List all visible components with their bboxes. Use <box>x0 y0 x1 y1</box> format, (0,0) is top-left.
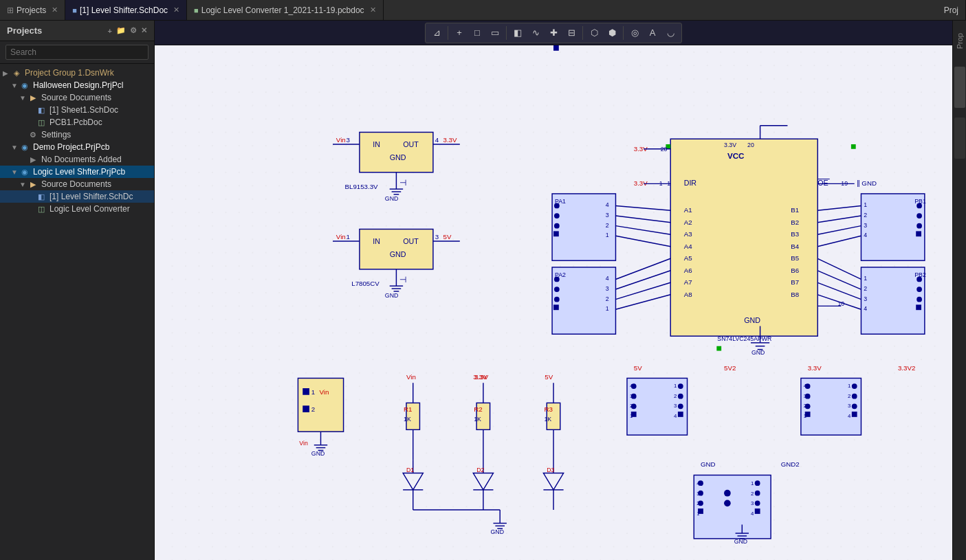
panel-close-btn[interactable]: ✕ <box>141 26 147 35</box>
panel-add-btn[interactable]: + <box>108 27 112 35</box>
panel-settings-btn[interactable]: ⚙ <box>130 26 137 35</box>
toolbar-port-btn[interactable]: ⬡ <box>586 25 602 41</box>
svg-text:⊣: ⊣ <box>399 178 406 187</box>
toolbar-rect2-btn[interactable]: ▭ <box>487 25 503 41</box>
toolbar-bus-btn[interactable]: ⊟ <box>563 25 580 41</box>
tree-item-halloween[interactable]: ▼ ◉ Halloween Design.PrjPcl <box>0 79 154 91</box>
toolbar-group: ⊿ + □ ▭ ◧ ∿ ✚ ⊟ ⬡ ⬢ ◎ A ◡ <box>425 23 682 43</box>
svg-text:2: 2 <box>864 285 867 292</box>
main-layout: Projects + 📁 ⚙ ✕ ▶ ◈ Project Group 1.Dsn… <box>0 21 966 560</box>
search-input[interactable] <box>6 45 149 60</box>
tree-item-demo[interactable]: ▼ ◉ Demo Project.PrjPcb <box>0 141 154 153</box>
svg-text:2: 2 <box>311 405 315 413</box>
svg-text:D3: D3 <box>547 467 554 473</box>
svg-text:1: 1 <box>674 383 677 389</box>
schematic-canvas[interactable]: IN OUT GND Vin 3 4 3.3V GND BL9153.3V <box>155 45 952 560</box>
svg-text:3: 3 <box>864 222 867 229</box>
svg-text:B3: B3 <box>791 230 799 238</box>
svg-text:1K: 1K <box>474 416 481 423</box>
svg-text:VCC: VCC <box>727 151 745 160</box>
left-panel-title: Projects + 📁 ⚙ ✕ <box>0 21 154 41</box>
svg-text:OE: OE <box>817 179 828 187</box>
tab-pcb[interactable]: ■ Logic Level Converter 1_2021-11-19.pcb… <box>187 0 383 20</box>
tree-label-demo: Demo Project.PrjPcb <box>33 142 109 152</box>
svg-text:GND: GND <box>390 250 406 258</box>
sch-icon: ■ <box>72 6 77 14</box>
svg-rect-62 <box>851 144 856 149</box>
svg-text:2: 2 <box>864 212 867 219</box>
svg-text:1: 1 <box>864 201 867 208</box>
tree-item-settings[interactable]: ⚙ Settings <box>0 128 154 141</box>
tree-item-sheet1[interactable]: ◧ [1] Sheet1.SchDoc <box>0 104 154 116</box>
svg-text:A3: A3 <box>684 230 692 238</box>
svg-rect-94 <box>553 45 559 51</box>
svg-point-93 <box>554 223 560 229</box>
svg-text:2: 2 <box>848 393 850 399</box>
panel-controls: + 📁 ⚙ ✕ <box>108 26 147 35</box>
panel-folder-btn[interactable]: 📁 <box>116 26 126 35</box>
svg-text:4: 4 <box>864 305 867 312</box>
svg-text:D2: D2 <box>476 467 484 473</box>
svg-text:A1: A1 <box>684 206 692 214</box>
tab-projects-close[interactable]: ✕ <box>52 5 58 14</box>
tab-sch[interactable]: ■ [1] Level Shifter.SchDoc ✕ <box>65 0 187 20</box>
toolbar-junction-btn[interactable]: ✚ <box>545 25 562 41</box>
tab-proj-right[interactable]: Proj <box>937 0 966 20</box>
svg-point-206 <box>631 394 637 399</box>
tree-item-level-shifter-sch[interactable]: ◧ [1] Level Shifter.SchDc <box>0 190 154 203</box>
svg-point-136 <box>916 297 922 302</box>
svg-point-122 <box>916 223 922 229</box>
tree-item-src-docs-halloween[interactable]: ▼ ▶ Source Documents <box>0 91 154 104</box>
svg-text:A8: A8 <box>684 291 692 298</box>
tree-label-llc-pcb: Logic Level Converter <box>50 204 130 214</box>
toolbar-sep3 <box>582 26 583 40</box>
toolbar-text-btn[interactable]: A <box>644 25 661 41</box>
arrow-llc: ▼ <box>11 168 19 176</box>
tab-sch-close[interactable]: ✕ <box>173 5 179 14</box>
tree-item-src-docs-llc[interactable]: ▼ ▶ Source Documents <box>0 178 154 190</box>
svg-rect-146 <box>303 388 309 395</box>
tree-item-llc-pcb[interactable]: ◫ Logic Level Converter <box>0 203 154 215</box>
toolbar-note-btn[interactable]: ◎ <box>626 25 643 41</box>
tab-pcb-label: Logic Level Converter 1_2021-11-19.pcbdo… <box>201 5 364 15</box>
svg-point-205 <box>631 383 637 389</box>
svg-text:1: 1 <box>606 305 609 312</box>
svg-point-91 <box>554 203 560 209</box>
toolbar-comp-btn[interactable]: ◧ <box>509 25 526 41</box>
settings-icon: ⚙ <box>28 131 39 139</box>
svg-point-228 <box>852 383 857 389</box>
svg-point-249 <box>755 500 760 506</box>
right-panel-btn1[interactable] <box>954 117 965 159</box>
toolbar-arc-btn[interactable]: ◡ <box>662 25 679 41</box>
svg-text:Vin: Vin <box>336 233 346 240</box>
svg-text:GND: GND <box>491 528 504 535</box>
tab-pcb-close[interactable]: ✕ <box>370 5 376 14</box>
toolbar-wire-btn[interactable]: ∿ <box>527 25 544 41</box>
toolbar-sheet-btn[interactable]: ⬢ <box>604 25 620 41</box>
svg-point-248 <box>755 491 760 496</box>
title-bar: ⊞ Projects ✕ ■ [1] Level Shifter.SchDoc … <box>0 0 966 21</box>
svg-rect-123 <box>916 231 921 236</box>
tree-item-no-docs: ▶ No Documents Added <box>0 153 154 166</box>
svg-point-245 <box>698 500 703 506</box>
toolbar-filter-btn[interactable]: ⊿ <box>428 25 445 41</box>
svg-rect-95 <box>553 231 559 236</box>
toolbar-plus-btn[interactable]: + <box>451 25 468 41</box>
svg-text:3.3V: 3.3V <box>808 364 822 372</box>
svg-rect-227 <box>805 412 811 417</box>
toolbar-rect-btn[interactable]: □ <box>469 25 485 41</box>
right-panel-scrollbar[interactable] <box>954 67 965 108</box>
svg-rect-142 <box>298 378 343 432</box>
arrow-src-llc: ▼ <box>19 181 28 188</box>
svg-rect-109 <box>553 304 559 310</box>
tree-item-pcb1[interactable]: ◫ PCB1.PcbDoc <box>0 116 154 128</box>
right-panel-title: Prop <box>956 33 964 49</box>
tree-item-llc[interactable]: ▼ ◉ Logic Level Shfter.PrjPcb <box>0 166 154 178</box>
pcb-icon: ■ <box>194 6 199 14</box>
search-bar <box>0 41 154 64</box>
svg-text:1: 1 <box>346 233 349 240</box>
tree-item-group[interactable]: ▶ ◈ Project Group 1.DsnWrk <box>0 67 154 79</box>
tab-projects[interactable]: ⊞ Projects ✕ <box>0 0 65 20</box>
svg-text:3.3V: 3.3V <box>724 142 736 148</box>
svg-text:3: 3 <box>606 212 609 219</box>
